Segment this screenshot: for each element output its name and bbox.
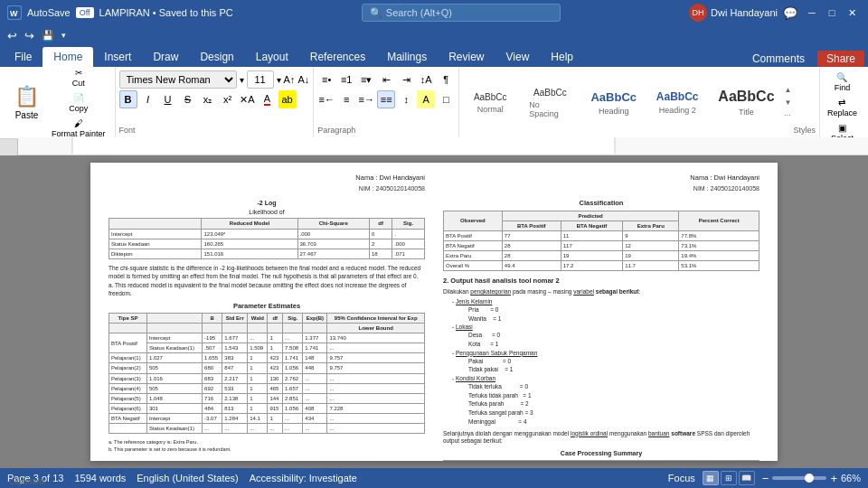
accessibility-info[interactable]: Accessibility: Investigate	[250, 473, 357, 483]
strikethrough-button[interactable]: S	[179, 90, 197, 108]
zoom-in-btn[interactable]: +	[830, 472, 837, 485]
ribbon-content: 📋 Paste ✂Cut 📄Copy 🖌Format Painter Clipb…	[0, 67, 868, 139]
underline-button[interactable]: U	[159, 90, 177, 108]
classification-table: Observed Predicted Percent Correct BTA P…	[443, 211, 760, 272]
copy-icon: 📄	[73, 93, 84, 103]
left-name: Nama : Dwi Handayani	[108, 174, 425, 183]
line-spacing-button[interactable]: ↕	[397, 90, 415, 108]
classification-section: Classification Observed Predicted Percen…	[443, 199, 760, 272]
font-name-select[interactable]: Times New Roman	[119, 70, 237, 89]
paste-button[interactable]: 📋 Paste	[9, 72, 44, 134]
window-controls: ─ □ ✕	[803, 4, 861, 22]
ruler[interactable]	[0, 139, 868, 155]
decrease-indent-button[interactable]: ⇤	[377, 70, 395, 89]
find-button[interactable]: 🔍 Find	[824, 70, 861, 94]
web-layout-btn[interactable]: ⊞	[721, 471, 737, 485]
share-btn[interactable]: Share	[817, 51, 864, 67]
style-title[interactable]: AaBbCc Title	[710, 72, 782, 134]
tab-design[interactable]: Design	[189, 47, 244, 67]
customize-qa-btn[interactable]: ▾	[61, 31, 66, 40]
comments-icon: 💬	[783, 6, 797, 20]
doc-area: Nama : Dwi Handayani NIM : 2405012014005…	[0, 155, 868, 468]
save-quick-btn[interactable]: 💾	[42, 30, 54, 42]
tab-home[interactable]: Home	[42, 47, 93, 67]
quick-access-toolbar: ↩ ↪ 💾 ▾	[0, 25, 868, 45]
shading-button[interactable]: A	[417, 90, 435, 108]
print-layout-btn[interactable]: ▦	[703, 471, 719, 485]
restore-button[interactable]: □	[823, 4, 841, 22]
numbering-button[interactable]: ≡1	[337, 70, 355, 89]
justify-button[interactable]: ≡≡	[377, 90, 395, 108]
tab-review[interactable]: Review	[438, 47, 495, 67]
tab-view[interactable]: View	[495, 47, 541, 67]
style-gallery: AaBbCc Normal AaBbCc No Spacing AaBbCc H…	[463, 72, 782, 134]
sub-tidak-terluka: Tidak terluka = 0	[468, 383, 760, 391]
clear-format-button[interactable]: ✕A	[239, 90, 257, 108]
styles-label: Styles	[793, 124, 816, 135]
font-color-button[interactable]: A	[259, 90, 277, 108]
tab-references[interactable]: References	[299, 47, 376, 67]
zoom-slider[interactable]	[772, 476, 826, 480]
font-size-dropdown-icon[interactable]: ▾	[277, 75, 281, 85]
read-mode-btn[interactable]: 📖	[739, 471, 755, 485]
decrease-font-btn[interactable]: A↓	[297, 74, 309, 85]
align-right-button[interactable]: ≡→	[357, 90, 375, 108]
multilevel-button[interactable]: ≡▾	[357, 70, 375, 89]
bullets-button[interactable]: ≡•	[317, 70, 335, 89]
replace-button[interactable]: ⇄ Replace	[824, 96, 861, 119]
select-icon: ▣	[838, 123, 846, 133]
borders-button[interactable]: □	[437, 90, 455, 108]
sort-button[interactable]: ↕A	[417, 70, 435, 89]
style-normal[interactable]: AaBbCc Normal	[463, 72, 517, 134]
col-header-4: df	[370, 219, 392, 229]
redo-quick-btn[interactable]: ↪	[24, 29, 34, 42]
sub-terluka-parah: Terluka parah = 2	[468, 400, 760, 408]
style-expand[interactable]: ⋯	[782, 110, 793, 121]
table-footnote-a: a. The reference category is: Extra Paru…	[108, 439, 425, 446]
likelihood-table: Reduced Model Chi-Square df Sig. Interce…	[108, 218, 425, 258]
subscript-button[interactable]: x₂	[199, 90, 217, 108]
show-marks-button[interactable]: ¶	[437, 70, 455, 89]
font-size-input[interactable]	[247, 70, 274, 89]
row-status: Status Keadaan	[109, 239, 202, 249]
cut-button[interactable]: ✂Cut	[48, 66, 109, 89]
undo-quick-btn[interactable]: ↩	[7, 29, 17, 42]
style-scroll-up[interactable]: ▲	[782, 85, 793, 96]
close-button[interactable]: ✕	[843, 4, 861, 22]
zoom-thumb[interactable]	[805, 474, 814, 483]
bold-button[interactable]: B	[119, 90, 137, 108]
zoom-out-btn[interactable]: −	[762, 472, 769, 485]
style-heading2[interactable]: AaBbCc Heading 2	[648, 72, 707, 134]
table-row: Diktepon 151.016 27.467 18 .071	[109, 249, 425, 258]
copy-button[interactable]: 📄Copy	[48, 91, 109, 115]
minimize-button[interactable]: ─	[803, 4, 821, 22]
autosave-toggle[interactable]: Off	[76, 7, 94, 18]
tab-help[interactable]: Help	[540, 47, 584, 67]
tab-insert[interactable]: Insert	[93, 47, 142, 67]
sub-desa: Desa = 0	[468, 332, 760, 340]
style-heading1[interactable]: AaBbCc Heading	[583, 72, 645, 134]
focus-mode-btn[interactable]: Focus	[668, 473, 695, 483]
align-left-button[interactable]: ≡←	[317, 90, 335, 108]
ruler-corner[interactable]	[0, 139, 18, 155]
increase-font-btn[interactable]: A↑	[284, 74, 296, 85]
italic-button[interactable]: I	[139, 90, 157, 108]
tab-layout[interactable]: Layout	[245, 47, 299, 67]
tab-file[interactable]: File	[4, 47, 42, 67]
increase-indent-button[interactable]: ⇥	[397, 70, 415, 89]
style-scroll-arrows: ▲ ▼ ⋯	[782, 85, 793, 121]
comments-btn[interactable]: Comments	[743, 51, 814, 67]
style-scroll-down[interactable]: ▼	[782, 98, 793, 108]
format-painter-icon: 🖌	[74, 118, 83, 128]
search-box[interactable]: 🔍 Search (Alt+Q)	[362, 4, 561, 22]
style-no-spacing[interactable]: AaBbCc No Spacing	[521, 72, 579, 134]
paste-icon: 📋	[14, 85, 39, 108]
highlight-button[interactable]: ab	[278, 90, 297, 108]
format-painter-button[interactable]: 🖌Format Painter	[48, 117, 109, 140]
align-center-button[interactable]: ≡	[337, 90, 355, 108]
table-row: Status Keadaan(1).....................	[109, 424, 425, 434]
font-name-dropdown-icon[interactable]: ▾	[240, 75, 244, 85]
tab-mailings[interactable]: Mailings	[376, 47, 438, 67]
superscript-button[interactable]: x²	[219, 90, 237, 108]
tab-draw[interactable]: Draw	[142, 47, 189, 67]
